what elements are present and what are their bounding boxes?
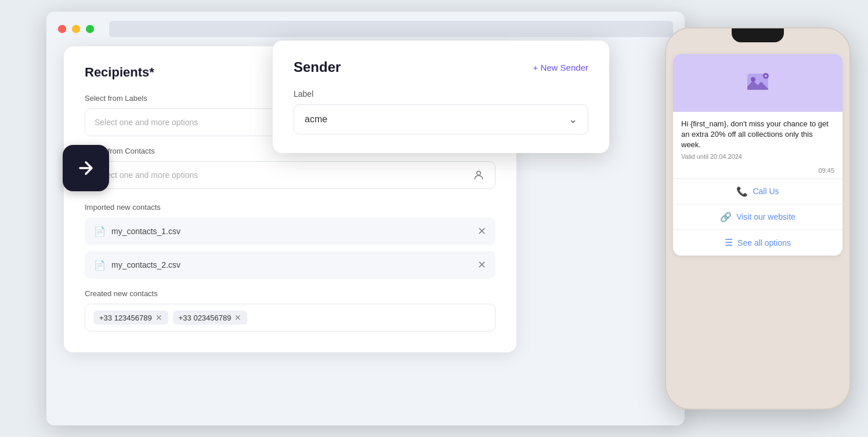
link-icon: 🔗 — [720, 212, 732, 223]
file-icon-2: 📄 — [94, 260, 106, 271]
file-row: 📄 my_contacts_1.csv ✕ — [85, 217, 496, 245]
sender-modal: Sender + New Sender Label acme ⌄ — [273, 41, 609, 153]
message-time: 09:45 — [673, 165, 842, 179]
sender-modal-title: Sender — [294, 59, 341, 75]
message-actions: 📞 Call Us 🔗 Visit our website ☰ See all … — [673, 179, 842, 256]
address-bar[interactable] — [109, 21, 673, 37]
tag-value-2: +33 023456789 — [179, 314, 232, 322]
file-name-2: my_contacts_2.csv — [111, 260, 180, 270]
remove-tag-2-button[interactable]: ✕ — [234, 313, 241, 322]
sender-modal-header: Sender + New Sender — [294, 59, 588, 75]
file-row-left: 📄 my_contacts_1.csv — [94, 226, 180, 237]
action-visit-website[interactable]: 🔗 Visit our website — [673, 205, 842, 230]
phone-notch — [732, 28, 784, 42]
message-body: Hi {first_nam}, don't miss your chance t… — [673, 112, 842, 165]
see-all-options-label: See all options — [737, 238, 791, 247]
select-contacts-placeholder: Select one and more options — [95, 170, 198, 180]
new-sender-button[interactable]: + New Sender — [533, 63, 588, 72]
message-image — [673, 54, 842, 112]
svg-point-0 — [477, 171, 481, 175]
sender-selected-value: acme — [305, 114, 327, 125]
phone-mockup: Hi {first_nam}, don't miss your chance t… — [665, 27, 851, 410]
select-from-contacts-field[interactable]: Select one and more options — [85, 161, 496, 189]
select-labels-placeholder: Select one and more options — [95, 118, 198, 127]
remove-file-2-button[interactable]: ✕ — [478, 258, 486, 271]
visit-website-label: Visit our website — [736, 212, 795, 221]
traffic-light-red[interactable] — [58, 25, 66, 33]
remove-file-1-button[interactable]: ✕ — [478, 225, 486, 238]
tag-chip-2: +33 023456789 ✕ — [173, 311, 248, 325]
message-date: Valid until 20.04.2024 — [681, 153, 834, 160]
browser-window: Recipients* Select from Labels Select on… — [46, 12, 685, 425]
message-bubble: Hi {first_nam}, don't miss your chance t… — [673, 54, 842, 256]
sender-label-field-label: Label — [294, 89, 588, 99]
file-row-2-left: 📄 my_contacts_2.csv — [94, 260, 180, 271]
sender-chevron-icon: ⌄ — [569, 113, 577, 126]
tag-chip-1: +33 123456789 ✕ — [93, 311, 168, 325]
action-see-all-options[interactable]: ☰ See all options — [673, 230, 842, 256]
sender-dropdown[interactable]: acme ⌄ — [294, 104, 588, 134]
phone-screen: Hi {first_nam}, don't miss your chance t… — [666, 42, 849, 406]
traffic-light-green[interactable] — [86, 25, 94, 33]
traffic-light-yellow[interactable] — [72, 25, 80, 33]
created-contacts-section: Created new contacts +33 123456789 ✕ +33… — [85, 289, 496, 332]
action-call-us[interactable]: 📞 Call Us — [673, 179, 842, 205]
file-row-2: 📄 my_contacts_2.csv ✕ — [85, 251, 496, 279]
file-icon: 📄 — [94, 226, 106, 237]
menu-icon: ☰ — [725, 237, 733, 248]
created-contacts-tags-field[interactable]: +33 123456789 ✕ +33 023456789 ✕ — [85, 304, 496, 332]
imported-contacts-label: Imported new contacts — [85, 203, 496, 212]
tag-value-1: +33 123456789 — [99, 314, 152, 322]
phone-icon: 📞 — [736, 186, 748, 197]
call-us-label: Call Us — [753, 187, 779, 196]
file-name-1: my_contacts_1.csv — [111, 227, 180, 236]
image-placeholder-icon — [743, 68, 773, 98]
imported-files-section: Imported new contacts 📄 my_contacts_1.cs… — [85, 203, 496, 279]
person-icon — [472, 168, 486, 182]
browser-toolbar — [46, 12, 685, 44]
app-icon — [63, 145, 109, 191]
remove-tag-1-button[interactable]: ✕ — [155, 313, 162, 322]
created-contacts-label: Created new contacts — [85, 289, 496, 298]
send-icon — [74, 156, 97, 180]
message-text: Hi {first_nam}, don't miss your chance t… — [681, 119, 834, 151]
